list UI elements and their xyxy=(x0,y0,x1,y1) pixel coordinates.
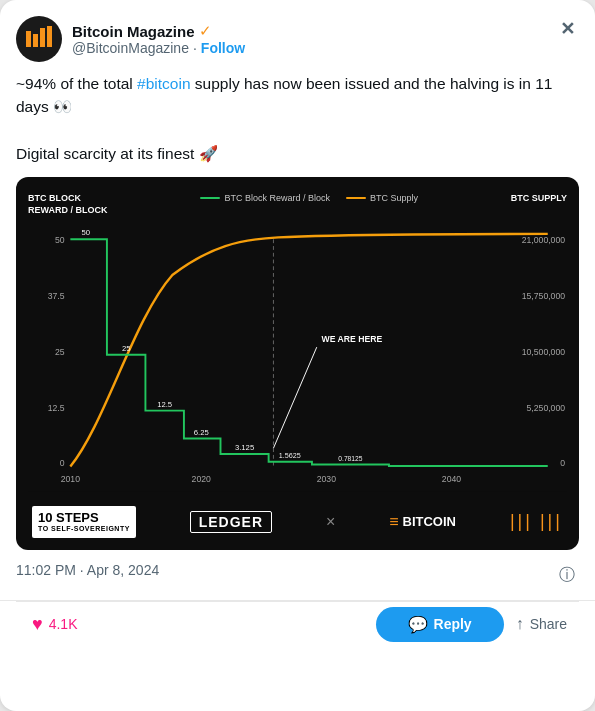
bitcoin-label: BITCOIN xyxy=(403,514,456,529)
svg-text:12.5: 12.5 xyxy=(48,403,65,413)
avatar-logo-icon xyxy=(25,25,53,53)
separator: · xyxy=(193,40,197,56)
hashtag-bitcoin[interactable]: #bitcoin xyxy=(137,75,190,92)
tweet-timestamp: 11:02 PM · Apr 8, 2024 xyxy=(16,562,159,578)
svg-text:6.25: 6.25 xyxy=(194,428,209,437)
account-info: Bitcoin Magazine ✓ @BitcoinMagazine · Fo… xyxy=(72,22,245,56)
bitcoin-icon: ≡ xyxy=(389,513,398,531)
chart-legend: BTC Block Reward / Block BTC Supply xyxy=(108,193,511,203)
reply-label: Reply xyxy=(434,616,472,632)
svg-text:5,250,000: 5,250,000 xyxy=(527,403,566,413)
svg-text:25: 25 xyxy=(122,344,131,353)
like-button[interactable]: ♥ 4.1K xyxy=(16,606,94,643)
chart-container: BTC BLOCKREWARD / BLOCK BTC Block Reward… xyxy=(16,177,579,550)
svg-text:1.5625: 1.5625 xyxy=(279,451,301,460)
svg-text:2040: 2040 xyxy=(442,474,461,484)
account-name-row: Bitcoin Magazine ✓ xyxy=(72,22,245,40)
legend-item-reward: BTC Block Reward / Block xyxy=(200,193,330,203)
svg-text:WE ARE HERE: WE ARE HERE xyxy=(322,335,383,345)
account-handle: @BitcoinMagazine xyxy=(72,40,189,56)
svg-text:37.5: 37.5 xyxy=(48,291,65,301)
reply-button[interactable]: 💬 Reply xyxy=(376,607,504,642)
account-name: Bitcoin Magazine xyxy=(72,23,195,40)
account-handle-row: @BitcoinMagazine · Follow xyxy=(72,40,245,56)
svg-text:10,500,000: 10,500,000 xyxy=(522,347,566,357)
chart-footer-logos: 10 STEPS TO SELF-SOVEREIGNTY LEDGER × ≡ … xyxy=(28,506,567,538)
legend-label-supply: BTC Supply xyxy=(370,193,418,203)
svg-text:12.5: 12.5 xyxy=(157,400,172,409)
logo-10steps: 10 STEPS TO SELF-SOVEREIGNTY xyxy=(32,506,136,538)
tweet-line1: ~94% of the total #bitcoin supply has no… xyxy=(16,72,579,119)
tweet-header: Bitcoin Magazine ✓ @BitcoinMagazine · Fo… xyxy=(16,16,579,62)
chart-svg: 50 37.5 25 12.5 0 21,000,000 15,750,000 … xyxy=(28,222,567,492)
svg-text:15,750,000: 15,750,000 xyxy=(522,291,566,301)
svg-rect-3 xyxy=(47,26,52,47)
tweet-line2: Digital scarcity at its finest 🚀 xyxy=(16,142,579,165)
svg-rect-0 xyxy=(26,31,31,47)
svg-text:21,000,000: 21,000,000 xyxy=(522,236,566,246)
legend-item-supply: BTC Supply xyxy=(346,193,418,203)
svg-text:3.125: 3.125 xyxy=(235,443,254,452)
svg-text:2010: 2010 xyxy=(61,474,80,484)
actions-row: ♥ 4.1K 💬 Reply ↑ Share xyxy=(16,601,579,653)
tweet-header-left: Bitcoin Magazine ✓ @BitcoinMagazine · Fo… xyxy=(16,16,245,62)
info-icon[interactable]: ⓘ xyxy=(559,565,575,586)
svg-rect-1 xyxy=(33,34,38,47)
avatar xyxy=(16,16,62,62)
svg-rect-2 xyxy=(40,28,45,47)
svg-text:25: 25 xyxy=(55,347,65,357)
logo-ledger: LEDGER xyxy=(190,511,272,533)
close-button[interactable]: ✕ xyxy=(556,16,579,42)
logo-x-separator: × xyxy=(326,513,335,531)
verified-badge: ✓ xyxy=(199,22,212,40)
legend-dot-reward xyxy=(200,197,220,199)
share-button[interactable]: ↑ Share xyxy=(504,607,579,641)
svg-text:50: 50 xyxy=(81,229,90,238)
logo-tally: ||| ||| xyxy=(510,511,563,532)
svg-text:50: 50 xyxy=(55,236,65,246)
chart-title-row: BTC BLOCKREWARD / BLOCK BTC Block Reward… xyxy=(28,193,567,216)
legend-dot-supply xyxy=(346,197,366,199)
svg-text:0: 0 xyxy=(560,459,565,469)
tweet-body: ~94% of the total #bitcoin supply has no… xyxy=(16,72,579,165)
follow-button[interactable]: Follow xyxy=(201,40,245,56)
svg-text:0.78125: 0.78125 xyxy=(338,455,363,462)
svg-text:2030: 2030 xyxy=(317,474,336,484)
logo-bitcoin: ≡ BITCOIN xyxy=(389,513,456,531)
legend-label-reward: BTC Block Reward / Block xyxy=(224,193,330,203)
svg-text:0: 0 xyxy=(60,459,65,469)
chart-y-right-label: BTC SUPPLY xyxy=(511,193,567,203)
tweet-card: Bitcoin Magazine ✓ @BitcoinMagazine · Fo… xyxy=(0,0,595,711)
chart-y-left-label: BTC BLOCKREWARD / BLOCK xyxy=(28,193,108,216)
chart-svg-area: 50 37.5 25 12.5 0 21,000,000 15,750,000 … xyxy=(28,222,567,496)
like-count: 4.1K xyxy=(49,616,78,632)
reply-icon: 💬 xyxy=(408,615,428,634)
svg-text:2020: 2020 xyxy=(192,474,211,484)
share-label: Share xyxy=(530,616,567,632)
heart-icon: ♥ xyxy=(32,614,43,635)
share-icon: ↑ xyxy=(516,615,524,633)
